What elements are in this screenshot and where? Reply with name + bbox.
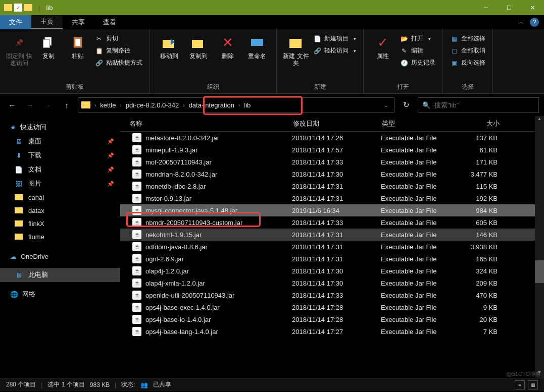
search-icon: 🔍 [422, 101, 430, 109]
search-box[interactable]: 🔍 [418, 97, 539, 113]
svg-rect-1 [43, 39, 50, 47]
help-icon[interactable]: ? [530, 18, 539, 27]
selectnone-button[interactable]: ▢全部取消 [448, 45, 487, 56]
sidebar-item[interactable]: canal [0, 191, 120, 204]
back-button[interactable]: ← [5, 98, 19, 112]
easyaccess-button[interactable]: 🔗轻松访问▾ [311, 45, 358, 56]
file-row[interactable]: ☕ mof-200507110943.jar 2018/11/14 17:33 … [120, 156, 535, 168]
tab-file[interactable]: 文件 [0, 15, 31, 29]
paste-button[interactable]: 粘贴 [64, 31, 92, 60]
sidebar-thispc[interactable]: 🖥此电脑 [0, 268, 120, 282]
svg-rect-7 [289, 39, 302, 48]
moveto-button[interactable]: 移动到 [155, 31, 183, 60]
invertselect-button[interactable]: ▣反向选择 [448, 58, 487, 68]
pin-quickaccess-button[interactable]: 📌 固定到 快速访问 [5, 31, 33, 67]
view-icons-button[interactable]: ▦ [528, 380, 538, 389]
svg-rect-10 [15, 220, 23, 227]
folder-icon [24, 4, 32, 11]
recent-button[interactable]: ⌄ [41, 98, 56, 112]
file-row[interactable]: ☕ ops4j-base-exec-1.4.0.jar 2018/11/14 1… [120, 301, 535, 313]
file-row[interactable]: ☕ odfdom-java-0.8.6.jar 2018/11/14 17:31… [120, 241, 535, 253]
svg-rect-11 [15, 234, 23, 240]
file-row[interactable]: ☕ ognl-2.6.9.jar 2018/11/14 17:31 Execut… [120, 253, 535, 265]
file-pane: 名称 修改日期 类型 大小 ☕ metastore-8.2.0.0-342.ja… [120, 116, 535, 378]
status-selsize: 983 KB [90, 381, 110, 388]
sidebar-network[interactable]: 🌐网络 [0, 287, 120, 301]
file-row[interactable]: ☕ olap4j-1.2.0.jar 2018/11/14 17:30 Exec… [120, 265, 535, 277]
folder-icon [4, 4, 12, 11]
selectall-button[interactable]: ▦全部选择 [448, 33, 487, 44]
view-details-button[interactable]: ≡ [515, 380, 525, 389]
breadcrumb[interactable]: data-integration [186, 101, 237, 109]
window-title: lib [46, 4, 53, 12]
tab-share[interactable]: 共享 [63, 15, 94, 29]
sidebar-item[interactable]: 🖼图片📌 [0, 177, 120, 191]
status-shared: 已共享 [153, 380, 171, 389]
maximize-button[interactable]: ☐ [498, 0, 521, 15]
file-row[interactable]: ☕ mondrian-8.2.0.0-342.jar 2018/11/14 17… [120, 168, 535, 180]
scrollbar[interactable]: ▲ ▼ [535, 116, 544, 378]
sidebar-item[interactable]: 🖥桌面📌 [0, 134, 120, 148]
sidebar: ★快速访问 🖥桌面📌⬇下载📌📄文档📌🖼图片📌canaldataxflinkXfl… [0, 116, 120, 378]
sidebar-item[interactable]: flume [0, 230, 120, 243]
file-row[interactable]: ☕ nekohtml-1.9.15.jar 2018/11/14 17:31 E… [120, 229, 535, 241]
ribbon: 📌 固定到 快速访问 复制 粘贴 ✂剪切 📋复制路径 🔗粘贴快捷方式 剪贴板 [0, 29, 544, 94]
up-button[interactable]: ↑ [60, 98, 74, 112]
copypath-button[interactable]: 📋复制路径 [93, 45, 144, 56]
minimize-button[interactable]: ─ [474, 0, 498, 15]
cut-button[interactable]: ✂剪切 [93, 33, 144, 44]
sidebar-item[interactable]: 📄文档📌 [0, 162, 120, 177]
svg-rect-5 [192, 40, 203, 48]
breadcrumb[interactable]: pdi-ce-8.2.0.0-342 [123, 101, 182, 109]
titlebar: ✓ | lib ─ ☐ ✕ [0, 0, 544, 15]
file-row[interactable]: ☕ monetdb-jdbc-2.8.jar 2018/11/14 17:31 … [120, 180, 535, 192]
newfolder-button[interactable]: 新建 文件夹 [282, 31, 310, 67]
rename-button[interactable]: 重命名 [243, 31, 271, 60]
jar-icon: ☕ [132, 218, 141, 227]
file-row[interactable]: ☕ openide-util-200507110943.jar 2018/11/… [120, 289, 535, 301]
delete-button[interactable]: ✕ 删除 [214, 31, 242, 60]
refresh-button[interactable]: ↻ [399, 97, 414, 113]
collapse-ribbon-icon[interactable]: ︿ [519, 19, 524, 26]
tab-view[interactable]: 查看 [94, 15, 125, 29]
sidebar-item[interactable]: ⬇下载📌 [0, 148, 120, 162]
pasteshortcut-button[interactable]: 🔗粘贴快捷方式 [93, 58, 144, 68]
file-row[interactable]: ☕ mimepull-1.9.3.jar 2018/11/14 17:57 Ex… [120, 144, 535, 156]
chevron-down-icon[interactable]: ⌄ [381, 102, 391, 108]
properties-button[interactable]: ✓ 属性 [369, 31, 397, 60]
newitem-button[interactable]: 📄新建项目▾ [311, 33, 358, 44]
file-row[interactable]: ☕ ops4j-base-io-1.4.0.jar 2018/11/14 17:… [120, 313, 535, 325]
column-headers[interactable]: 名称 修改日期 类型 大小 [120, 116, 535, 132]
file-row[interactable]: ☕ mysql-connector-java-5.1.48.jar 2019/1… [120, 204, 535, 216]
watermark: @51CTO博客 [507, 370, 541, 378]
edit-button[interactable]: ✎编辑 [398, 45, 437, 56]
copyto-button[interactable]: 复制到 [184, 31, 213, 60]
file-row[interactable]: ☕ nbmdr-200507110943-custom.jar 2018/11/… [120, 216, 535, 229]
file-list[interactable]: ☕ metastore-8.2.0.0-342.jar 2018/11/14 1… [120, 132, 535, 378]
qat-icon[interactable]: ✓ [14, 4, 22, 12]
breadcrumb[interactable]: lib [241, 101, 254, 109]
open-button[interactable]: 📂打开▾ [398, 33, 437, 44]
navbar: ← → ⌄ ↑ › kettle › pdi-ce-8.2.0.0-342 › … [0, 94, 544, 116]
copy-button[interactable]: 复制 [34, 31, 63, 60]
jar-icon: ☕ [132, 291, 141, 300]
search-input[interactable] [434, 101, 534, 109]
sidebar-item[interactable]: datax [0, 204, 120, 217]
jar-icon: ☕ [132, 133, 141, 142]
sidebar-onedrive[interactable]: ☁OneDrive [0, 250, 120, 263]
file-row[interactable]: ☕ mstor-0.9.13.jar 2018/11/14 17:31 Exec… [120, 192, 535, 204]
sidebar-item[interactable]: flinkX [0, 217, 120, 230]
file-row[interactable]: ☕ ops4j-base-lang-1.4.0.jar 2018/11/14 1… [120, 325, 535, 338]
tab-home[interactable]: 主页 [31, 15, 63, 29]
file-row[interactable]: ☕ metastore-8.2.0.0-342.jar 2018/11/14 1… [120, 132, 535, 144]
history-button[interactable]: 🕘历史记录 [398, 58, 437, 68]
breadcrumb[interactable]: kettle [97, 101, 119, 109]
forward-button[interactable]: → [23, 98, 37, 112]
sidebar-quickaccess[interactable]: ★快速访问 [0, 120, 120, 134]
close-button[interactable]: ✕ [521, 0, 544, 15]
jar-icon: ☕ [132, 145, 141, 154]
ribbon-tabs: 文件 主页 共享 查看 ︿ ? [0, 15, 544, 29]
svg-rect-3 [75, 39, 80, 46]
address-bar[interactable]: › kettle › pdi-ce-8.2.0.0-342 › data-int… [78, 97, 394, 113]
file-row[interactable]: ☕ olap4j-xmla-1.2.0.jar 2018/11/14 17:30… [120, 277, 535, 289]
